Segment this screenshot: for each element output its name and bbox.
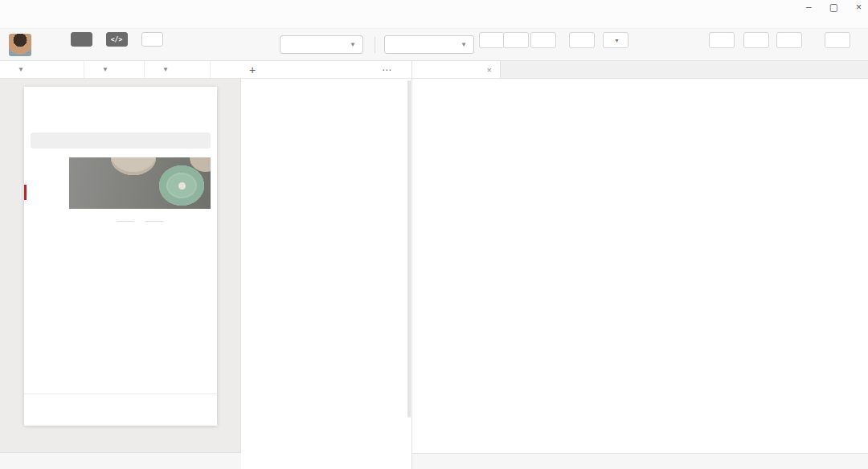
phone-nav-bar [24, 100, 217, 127]
device-select[interactable]: ▼ [0, 61, 84, 78]
sidebar-item-zahuo[interactable] [24, 312, 62, 338]
category-banner[interactable] [69, 157, 211, 209]
tab-cart[interactable] [140, 394, 178, 426]
simulator-toggle-button[interactable] [63, 32, 100, 48]
chevron-down-icon: ▼ [18, 66, 24, 73]
tab-api-js[interactable]: × [412, 61, 501, 78]
switch-background-button[interactable] [569, 31, 595, 50]
simulator-footer [0, 452, 241, 469]
close-button[interactable]: × [856, 0, 862, 14]
minimize-button[interactable]: – [806, 0, 812, 14]
code-editor[interactable] [412, 79, 868, 453]
search-input[interactable] [31, 133, 211, 149]
sidebar-item-xihu[interactable] [24, 259, 62, 285]
menu-bar [0, 14, 868, 29]
file-tree-list [241, 79, 411, 469]
code-icon: </> [111, 36, 122, 43]
device-bar: ▼ ▼ ▼ [0, 61, 241, 79]
tab-topic[interactable] [63, 394, 101, 426]
section-divider-title [69, 215, 211, 226]
toolbar: </> ▼ ▼ [0, 29, 868, 61]
add-file-button[interactable]: + [249, 63, 256, 76]
editor-panel: × [412, 61, 868, 469]
banner-pot-beige [111, 157, 156, 175]
tencent-cloud-button[interactable] [776, 31, 802, 50]
user-avatar[interactable] [9, 34, 31, 56]
file-tree-panel: + ⋯ [241, 61, 412, 469]
details-button[interactable] [825, 31, 850, 50]
chevron-down-icon: ▼ [162, 66, 169, 73]
maximize-button[interactable]: ▢ [829, 0, 838, 14]
title-bar: – ▢ × [0, 0, 868, 14]
compile-button[interactable] [479, 31, 505, 50]
editor-toggle-button[interactable]: </> [98, 32, 135, 48]
phone-screen [24, 87, 217, 426]
tab-home[interactable] [24, 394, 63, 426]
tab-category[interactable] [101, 394, 140, 426]
preview-button[interactable] [503, 31, 529, 50]
editor-tab-bar: × [412, 61, 868, 79]
network-select[interactable]: ▼ [145, 61, 211, 78]
file-tree-header: + ⋯ [241, 61, 411, 79]
chevron-down-icon: ▼ [102, 66, 108, 73]
phone-status-bar [24, 87, 217, 100]
zoom-select[interactable]: ▼ [84, 61, 145, 78]
wechat-devtools-window: – ▢ × </> ▼ [0, 0, 868, 469]
test-button[interactable] [743, 31, 769, 50]
sidebar-item-jujia[interactable] [24, 153, 62, 179]
more-options-icon[interactable]: ⋯ [382, 64, 392, 75]
sidebar-item-yinshi[interactable] [24, 338, 62, 365]
remote-debug-button[interactable] [530, 31, 556, 50]
mode-select[interactable]: ▼ [280, 35, 363, 54]
sidebar-item-peijian[interactable] [24, 206, 62, 232]
tab-profile[interactable] [178, 394, 217, 426]
chevron-down-icon: ▼ [350, 41, 356, 48]
debugger-toggle-button[interactable] [133, 32, 170, 48]
simulator-panel: ▼ ▼ ▼ [0, 61, 241, 469]
sidebar-item-fuzhuang[interactable] [24, 232, 62, 259]
banner-pot-knob [178, 182, 186, 190]
tree-scrollbar[interactable] [407, 80, 411, 418]
sidebar-item-yingtong[interactable] [24, 285, 62, 312]
category-sidebar [24, 153, 62, 365]
tab-bar [24, 394, 217, 426]
sidebar-item-canchu[interactable] [24, 179, 62, 206]
editor-footer [412, 453, 868, 469]
compile-mode-select[interactable]: ▼ [384, 35, 474, 54]
chevron-down-icon: ▼ [461, 41, 467, 48]
clear-cache-button[interactable]: ▼ [603, 31, 628, 50]
close-tab-icon[interactable]: × [487, 65, 492, 75]
toolbar-separator [375, 37, 375, 53]
upload-button[interactable] [709, 31, 735, 50]
